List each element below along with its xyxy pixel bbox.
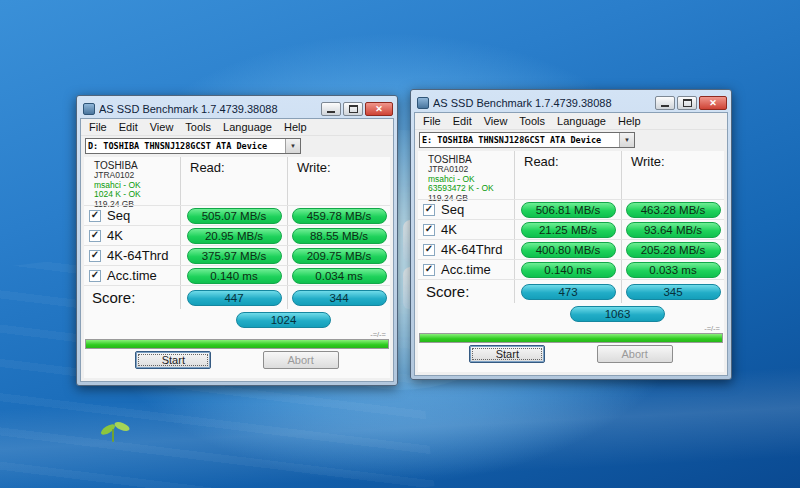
check-icon: ✓ xyxy=(425,244,433,254)
window-title: AS SSD Benchmark 1.7.4739.38088 xyxy=(99,103,317,115)
check-icon: ✓ xyxy=(91,250,99,260)
benchmark-window-right: AS SSD Benchmark 1.7.4739.38088 ✕ File E… xyxy=(410,89,732,380)
dropdown-arrow-icon[interactable]: ▼ xyxy=(619,133,634,147)
menu-file[interactable]: File xyxy=(417,114,447,128)
menu-edit[interactable]: Edit xyxy=(447,114,478,128)
seq-read-value: 506.81 MB/s xyxy=(521,202,616,218)
row-label: 4K-64Thrd xyxy=(107,248,168,263)
acctime-read-value: 0.140 ms xyxy=(521,262,616,278)
table-row-4k: ✓ 4K 20.95 MB/s 88.55 MB/s xyxy=(84,225,390,245)
menu-tools[interactable]: Tools xyxy=(513,114,551,128)
maximize-button[interactable] xyxy=(677,96,697,110)
drive-selector-row: D: TOSHIBA THNSNJ128GCST ATA Device ▼ xyxy=(81,136,393,156)
check-icon: ✓ xyxy=(425,264,433,274)
abort-button[interactable]: Abort xyxy=(263,351,339,369)
window-body: File Edit View Tools Language Help E: TO… xyxy=(414,112,728,376)
table-row-acctime: ✓ Acc.time 0.140 ms 0.034 ms xyxy=(84,265,390,285)
app-icon xyxy=(417,97,429,109)
menu-bar: File Edit View Tools Language Help xyxy=(415,113,727,130)
menu-view[interactable]: View xyxy=(144,120,180,134)
progress-bar xyxy=(85,339,389,349)
info-row: TOSHIBA JTRA0102 msahci - OK 63593472 K … xyxy=(418,151,724,199)
menu-bar: File Edit View Tools Language Help xyxy=(81,119,393,136)
window-title: AS SSD Benchmark 1.7.4739.38088 xyxy=(433,97,651,109)
progress-fill xyxy=(86,340,388,348)
menu-edit[interactable]: Edit xyxy=(113,120,144,134)
4k64-checkbox[interactable]: ✓ xyxy=(423,244,435,256)
seq-checkbox[interactable]: ✓ xyxy=(89,210,101,222)
close-button[interactable]: ✕ xyxy=(699,96,727,110)
progress-fill xyxy=(420,334,722,342)
table-row-4k: ✓ 4K 21.25 MB/s 93.64 MB/s xyxy=(418,219,724,239)
start-button[interactable]: Start xyxy=(135,351,211,369)
4k-write-value: 93.64 MB/s xyxy=(626,222,721,238)
score-label: Score: xyxy=(418,283,469,300)
table-row-seq: ✓ Seq 505.07 MB/s 459.78 MB/s xyxy=(84,205,390,225)
drive-selector[interactable]: D: TOSHIBA THNSNJ128GCST ATA Device ▼ xyxy=(85,138,301,154)
button-row: Start Abort xyxy=(84,349,390,371)
abort-button[interactable]: Abort xyxy=(597,345,673,363)
close-icon: ✕ xyxy=(375,104,383,114)
check-icon: ✓ xyxy=(91,210,99,220)
score-total-row: 1024 xyxy=(84,309,390,330)
status-text: -=/-= xyxy=(84,330,390,339)
read-header: Read: xyxy=(180,157,287,205)
progress-bar xyxy=(419,333,723,343)
device-info: TOSHIBA JTRA0102 msahci - OK 63593472 K … xyxy=(418,151,514,199)
score-read-value: 473 xyxy=(521,284,616,300)
drive-selector[interactable]: E: TOSHIBA THNSNJ128GCST ATA Device ▼ xyxy=(419,132,635,148)
write-header: Write: xyxy=(287,157,390,205)
close-button[interactable]: ✕ xyxy=(365,102,393,116)
row-label: 4K xyxy=(441,222,457,237)
drive-selector-value: E: TOSHIBA THNSNJ128GCST ATA Device xyxy=(420,133,619,147)
seq-checkbox[interactable]: ✓ xyxy=(423,204,435,216)
acctime-write-value: 0.034 ms xyxy=(292,268,387,284)
device-info: TOSHIBA JTRA0102 msahci - OK 1024 K - OK… xyxy=(84,157,180,205)
menu-tools[interactable]: Tools xyxy=(179,120,217,134)
row-label: Seq xyxy=(441,202,464,217)
menu-help[interactable]: Help xyxy=(278,120,313,134)
4k-checkbox[interactable]: ✓ xyxy=(423,224,435,236)
4k-checkbox[interactable]: ✓ xyxy=(89,230,101,242)
4k64-write-value: 209.75 MB/s xyxy=(292,248,387,264)
4k64-checkbox[interactable]: ✓ xyxy=(89,250,101,262)
wallpaper-sprout xyxy=(96,420,146,446)
menu-view[interactable]: View xyxy=(478,114,514,128)
desktop: { "icons": { "check": "✓", "dropdown_arr… xyxy=(0,0,800,488)
row-label: 4K xyxy=(107,228,123,243)
title-bar[interactable]: AS SSD Benchmark 1.7.4739.38088 ✕ xyxy=(80,99,394,118)
dropdown-arrow-icon[interactable]: ▼ xyxy=(285,139,300,153)
minimize-button[interactable] xyxy=(655,96,675,110)
menu-language[interactable]: Language xyxy=(551,114,612,128)
score-total-row: 1063 xyxy=(418,303,724,324)
maximize-icon xyxy=(683,99,692,107)
check-icon: ✓ xyxy=(425,224,433,234)
minimize-icon xyxy=(661,105,669,107)
maximize-button[interactable] xyxy=(343,102,363,116)
check-icon: ✓ xyxy=(425,204,433,214)
4k64-read-value: 375.97 MB/s xyxy=(187,248,282,264)
check-icon: ✓ xyxy=(91,230,99,240)
start-button[interactable]: Start xyxy=(469,345,545,363)
score-total-value: 1063 xyxy=(570,306,665,322)
drive-selector-row: E: TOSHIBA THNSNJ128GCST ATA Device ▼ xyxy=(415,130,727,150)
table-row-seq: ✓ Seq 506.81 MB/s 463.28 MB/s xyxy=(418,199,724,219)
4k64-read-value: 400.80 MB/s xyxy=(521,242,616,258)
benchmark-window-left: AS SSD Benchmark 1.7.4739.38088 ✕ File E… xyxy=(76,95,398,386)
maximize-icon xyxy=(349,105,358,113)
title-bar[interactable]: AS SSD Benchmark 1.7.4739.38088 ✕ xyxy=(414,93,728,112)
menu-language[interactable]: Language xyxy=(217,120,278,134)
info-row: TOSHIBA JTRA0102 msahci - OK 1024 K - OK… xyxy=(84,157,390,205)
acctime-checkbox[interactable]: ✓ xyxy=(423,264,435,276)
table-row-4k64: ✓ 4K-64Thrd 375.97 MB/s 209.75 MB/s xyxy=(84,245,390,265)
minimize-button[interactable] xyxy=(321,102,341,116)
score-row: Score: 447 344 xyxy=(84,285,390,309)
app-icon xyxy=(83,103,95,115)
button-row: Start Abort xyxy=(418,343,724,365)
menu-file[interactable]: File xyxy=(83,120,113,134)
benchmark-panel: TOSHIBA JTRA0102 msahci - OK 63593472 K … xyxy=(418,151,724,372)
caption-buttons: ✕ xyxy=(321,102,393,116)
menu-help[interactable]: Help xyxy=(612,114,647,128)
4k-write-value: 88.55 MB/s xyxy=(292,228,387,244)
acctime-checkbox[interactable]: ✓ xyxy=(89,270,101,282)
